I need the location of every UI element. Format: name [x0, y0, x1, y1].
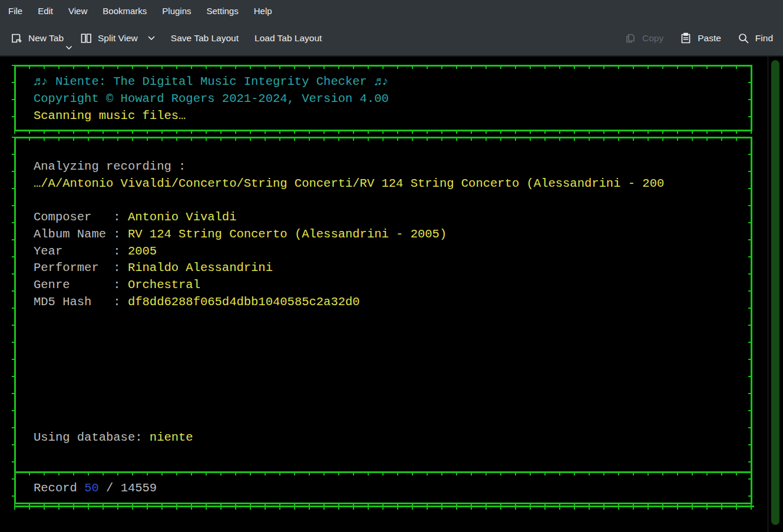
field-label: Album Name : — [34, 227, 128, 241]
terminal-viewport[interactable]: ♬♪ Niente: The Digital Music Integrity C… — [0, 57, 783, 532]
metadata-row: Composer : Antonio Vivaldi — [34, 209, 447, 226]
field-value: df8dd6288f065d4dbb1040585c2a32d0 — [128, 295, 360, 309]
banner: ♬♪ Niente: The Digital Music Integrity C… — [34, 74, 389, 124]
search-icon — [737, 32, 750, 45]
metadata-row: MD5 Hash : df8dd6288f065d4dbb1040585c2a3… — [34, 294, 447, 311]
recording-path: …/A/Antonio Vivaldi/Concerto/String Conc… — [34, 176, 664, 193]
record-label: Record — [34, 481, 84, 495]
find-label: Find — [755, 33, 773, 44]
copy-icon — [624, 32, 637, 45]
main-box-top-border — [14, 137, 752, 138]
field-value: RV 124 String Concerto (Alessandrini - 2… — [128, 227, 447, 241]
metadata-row: Album Name : RV 124 String Concerto (Ale… — [34, 226, 447, 243]
field-label: Composer : — [34, 210, 128, 224]
split-view-icon — [80, 32, 92, 45]
load-tab-layout-button[interactable]: Load Tab Layout — [255, 33, 322, 44]
split-view-button[interactable]: Split View — [80, 32, 155, 45]
analyzing-label: Analyzing recording : — [34, 158, 664, 176]
outer-bottom-border — [14, 505, 754, 507]
find-button[interactable]: Find — [737, 32, 773, 45]
field-value: Orchestral — [128, 278, 200, 292]
main-box-left-border — [14, 137, 16, 504]
paste-button[interactable]: Paste — [679, 32, 721, 45]
record-divider-border — [14, 471, 752, 473]
new-tab-icon — [10, 32, 23, 45]
record-counter: Record 50 / 14559 — [34, 480, 157, 497]
copy-button[interactable]: Copy — [624, 32, 663, 45]
load-tab-layout-label: Load Tab Layout — [255, 33, 322, 44]
record-box-bottom-border — [14, 503, 752, 504]
title-box-top-border — [14, 65, 752, 67]
menu-item-bookmarks[interactable]: Bookmarks — [95, 6, 154, 16]
new-tab-label: New Tab — [28, 33, 64, 44]
copy-label: Copy — [642, 33, 663, 44]
menu-item-plugins[interactable]: Plugins — [154, 6, 199, 16]
title-box-left-border — [14, 65, 16, 131]
field-label: MD5 Hash : — [34, 295, 128, 309]
field-label: Year : — [34, 244, 128, 258]
new-tab-button[interactable]: New Tab — [10, 32, 64, 45]
app-title: ♬♪ Niente: The Digital Music Integrity C… — [34, 74, 389, 91]
title-box-bottom-border — [14, 130, 752, 131]
paste-label: Paste — [698, 33, 721, 44]
toolbar: New Tab Split View Save Tab Layout Load … — [0, 22, 783, 57]
menu-item-settings[interactable]: Settings — [199, 6, 246, 16]
record-separator: / — [99, 481, 121, 495]
database-line: Using database: niente — [34, 429, 193, 447]
field-label: Genre : — [34, 278, 128, 292]
metadata-row: Performer : Rinaldo Alessandrini — [34, 260, 447, 277]
save-tab-layout-label: Save Tab Layout — [171, 33, 239, 44]
record-current: 50 — [84, 481, 99, 495]
field-value: 2005 — [128, 244, 157, 258]
menu-bar: FileEditViewBookmarksPluginsSettingsHelp — [0, 0, 783, 22]
save-tab-layout-button[interactable]: Save Tab Layout — [171, 33, 239, 44]
menu-item-view[interactable]: View — [61, 6, 95, 16]
konsole-window: FileEditViewBookmarksPluginsSettingsHelp… — [0, 0, 783, 532]
metadata-fields: Composer : Antonio VivaldiAlbum Name : R… — [34, 209, 447, 311]
chevron-down-icon — [66, 46, 72, 49]
record-total: 14559 — [121, 481, 157, 495]
field-label: Performer : — [34, 261, 128, 275]
menu-item-edit[interactable]: Edit — [30, 6, 61, 16]
metadata-row: Year : 2005 — [34, 243, 447, 260]
title-box-right-border — [751, 65, 752, 131]
metadata-row: Genre : Orchestral — [34, 277, 447, 294]
main-box-right-border — [751, 137, 752, 504]
paste-icon — [679, 32, 692, 45]
analyzing-section: Analyzing recording : …/A/Antonio Vivald… — [34, 158, 664, 193]
scrollbar-thumb[interactable] — [771, 60, 779, 525]
database-value: niente — [150, 431, 193, 444]
menu-item-file[interactable]: File — [1, 6, 30, 16]
field-value: Antonio Vivaldi — [128, 210, 237, 224]
copyright-line: Copyright © Howard Rogers 2021-2024, Ver… — [34, 91, 389, 108]
scrollbar-track-separator — [768, 57, 768, 532]
field-value: Rinaldo Alessandrini — [128, 261, 273, 275]
split-view-label: Split View — [98, 33, 138, 44]
chevron-down-icon — [148, 36, 155, 41]
scanning-status: Scanning music files… — [34, 108, 389, 125]
menu-item-help[interactable]: Help — [246, 6, 280, 16]
database-label: Using database: — [34, 431, 150, 444]
